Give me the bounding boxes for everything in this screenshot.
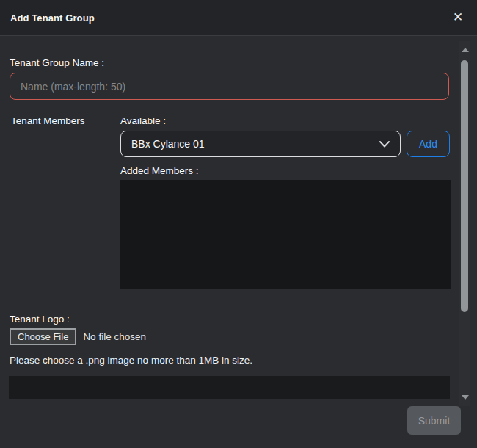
added-members-list[interactable] (120, 180, 451, 289)
choose-file-button[interactable]: Choose File (10, 328, 76, 345)
close-icon[interactable]: ✕ (448, 7, 468, 27)
added-members-label: Added Members : (120, 165, 199, 176)
logo-file-input: Choose File No file chosen (10, 328, 146, 345)
selected-option-text: BBx Cylance 01 (131, 138, 205, 150)
modal-header: Add Tenant Group ✕ (0, 0, 477, 36)
tenant-group-name-input[interactable] (10, 73, 449, 100)
logo-preview-box (9, 376, 450, 399)
modal-title: Add Tenant Group (10, 0, 95, 36)
chevron-down-icon (379, 138, 390, 150)
tenant-logo-label: Tenant Logo : (10, 314, 70, 325)
scroll-down-icon[interactable] (462, 395, 469, 400)
available-members-select[interactable]: BBx Cylance 01 (120, 131, 401, 157)
file-status-text: No file chosen (83, 331, 146, 342)
vertical-scrollbar[interactable] (459, 41, 470, 406)
tenant-group-name-label: Tenant Group Name : (10, 57, 104, 68)
submit-button[interactable]: Submit (407, 406, 461, 435)
scrollbar-thumb[interactable] (461, 60, 468, 312)
available-label: Available : (120, 115, 166, 126)
scroll-up-icon[interactable] (462, 48, 469, 52)
tenant-members-label: Tenant Members (11, 115, 85, 126)
add-member-button[interactable]: Add (407, 131, 450, 157)
logo-hint-text: Please choose a .png image no more than … (10, 355, 252, 366)
add-tenant-group-modal: Add Tenant Group ✕ Tenant Group Name : T… (0, 0, 477, 448)
